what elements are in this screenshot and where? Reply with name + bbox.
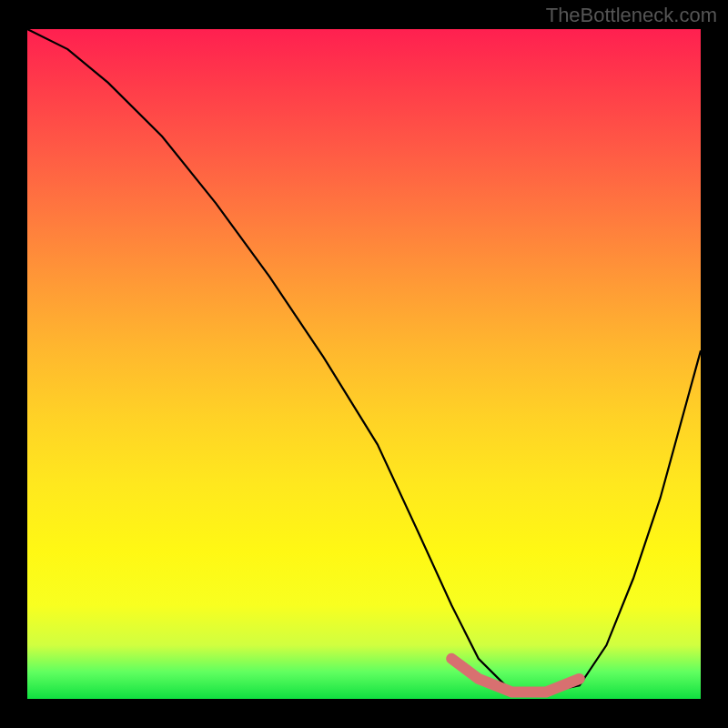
optimal-range-marker xyxy=(451,659,580,693)
watermark-text: TheBottleneck.com xyxy=(546,4,717,27)
chart-svg xyxy=(27,29,701,699)
bottleneck-curve-line xyxy=(27,29,701,693)
chart-plot-area xyxy=(27,29,701,699)
